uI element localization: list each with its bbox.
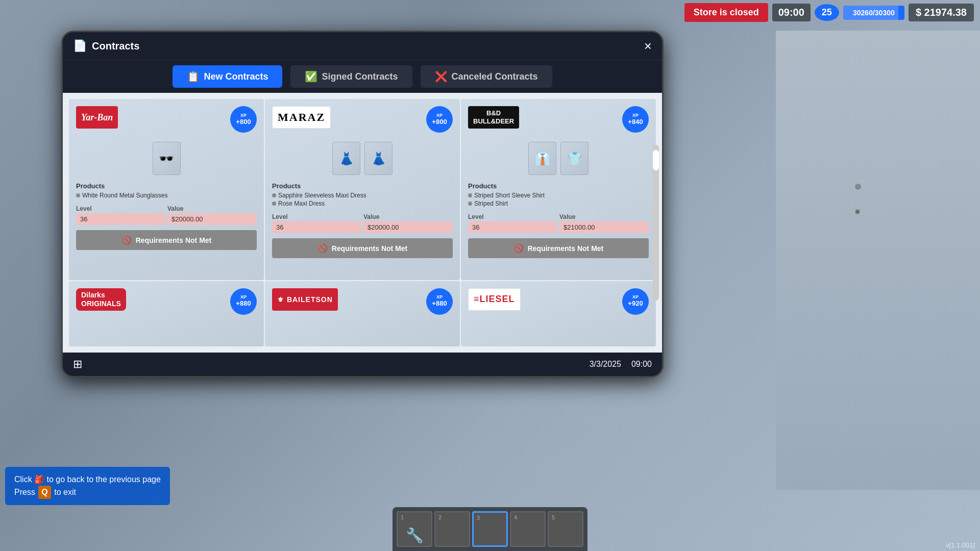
xp-value-yarban: +800 (236, 118, 251, 126)
card-header-yarban: Yar-Ban XP +800 (76, 106, 257, 133)
product-name-maraz-1: Rose Maxi Dress (278, 200, 325, 207)
level-col: Level 36 (76, 205, 165, 225)
hud-money: $ 21974.38 (909, 4, 974, 21)
dialog-title: Contracts (92, 40, 139, 52)
products-label-maraz: Products (272, 182, 453, 190)
brand-logo-bd: B&DBULL&DEER (468, 106, 519, 129)
value-value-maraz: $20000.00 (363, 221, 453, 233)
footer-date: 3/3/2025 (590, 360, 621, 369)
tab-new-contracts[interactable]: 📋 New Contracts (173, 65, 282, 88)
value-label-bd: Value (559, 213, 649, 220)
brand-logo-bailetson: ⚜ BAILETSON (272, 288, 338, 311)
level-value-maraz: 36 (272, 221, 361, 233)
taskbar-slot-1[interactable]: 1 🔧 (397, 511, 432, 547)
card-header-maraz: MARAZ XP +800 (272, 106, 453, 133)
product-name-maraz-0: Sapphire Sleeveless Maxi Dress (278, 192, 366, 199)
store-status-button[interactable]: Store is closed (684, 3, 768, 22)
product-images-yarban: 🕶️ (76, 142, 257, 175)
contract-card-bailetson: ⚜ BAILETSON XP +880 (265, 281, 460, 347)
taskbar-slot-2[interactable]: 2 (434, 511, 470, 547)
product-item-maraz-1: Rose Maxi Dress (272, 200, 453, 207)
contracts-dialog: 📄 Contracts × 📋 New Contracts ✅ Signed C… (61, 31, 664, 378)
new-contracts-icon: 📋 (187, 70, 200, 83)
close-button[interactable]: × (644, 39, 652, 53)
hud-level: 25 (815, 4, 839, 21)
level-label-yarban: Level (76, 205, 165, 212)
xp-value-maraz: +800 (432, 118, 447, 126)
value-value-yarban: $20000.00 (167, 213, 257, 225)
product-dot (272, 193, 276, 197)
taskbar-slot-4[interactable]: 4 (510, 511, 546, 547)
contracts-grid: Yar-Ban XP +800 🕶️ Products White Round … (63, 93, 662, 353)
xp-value-bailetson: +880 (432, 300, 447, 307)
product-item-bd-0: Striped Short Sleeve Shirt (468, 192, 649, 199)
tab-canceled-contracts[interactable]: ❌ Canceled Contracts (421, 65, 552, 88)
req-icon-bd: 🚫 (513, 243, 524, 253)
value-col: Value $21000.00 (559, 213, 649, 233)
hint-key-q: Q (38, 486, 51, 499)
brand-logo-dilarks: DilarksORIGINALS (76, 288, 126, 311)
contracts-icon: 📄 (73, 39, 87, 53)
hint-line1: Click 🎒 to go back to the previous page (14, 473, 161, 486)
signed-contracts-label: Signed Contracts (322, 71, 398, 82)
taskbar-slot-3[interactable]: 3 (472, 511, 508, 547)
product-image-shirt2: 👕 (560, 142, 589, 175)
requirements-btn-bd[interactable]: 🚫 Requirements Not Met (468, 238, 649, 258)
value-col: Value $20000.00 (363, 213, 453, 233)
level-value-yarban: 36 (76, 213, 165, 225)
taskbar-slot-num-4: 4 (514, 514, 517, 520)
value-label-maraz: Value (363, 213, 453, 220)
product-images-maraz: 👗 👗 (272, 142, 453, 175)
card-header-dilarks: DilarksORIGINALS XP +880 (76, 288, 257, 315)
hint-overlay: Click 🎒 to go back to the previous page … (5, 467, 170, 505)
req-label-bd: Requirements Not Met (528, 244, 604, 253)
products-label-yarban: Products (76, 182, 257, 190)
version-label: v[1.1.001] (946, 541, 975, 549)
taskbar-slot-num-5: 5 (552, 514, 555, 520)
product-dot (272, 202, 276, 206)
scroll-thumb[interactable] (653, 150, 659, 170)
contract-card-liesel: ≡LIESEL XP +920 (461, 281, 656, 347)
xp-badge-bailetson: XP +880 (426, 288, 453, 315)
product-item-yarban-0: White Round Metal Sunglasses (76, 192, 257, 199)
taskbar-slot-num-2: 2 (438, 514, 442, 520)
product-dot (468, 202, 472, 206)
card-header-bd: B&DBULL&DEER XP +840 (468, 106, 649, 133)
product-item-maraz-0: Sapphire Sleeveless Maxi Dress (272, 192, 453, 199)
product-images-bd: 👔 👕 (468, 142, 649, 175)
hud-bar: Store is closed 09:00 25 30260/30300 $ 2… (678, 0, 980, 25)
xp-badge-yarban: XP +800 (230, 106, 257, 133)
level-col: Level 36 (468, 213, 557, 233)
requirements-btn-maraz[interactable]: 🚫 Requirements Not Met (272, 238, 453, 258)
xp-value-bd: +840 (628, 118, 643, 126)
new-contracts-label: New Contracts (204, 71, 268, 82)
requirements-btn-yarban[interactable]: 🚫 Requirements Not Met (76, 230, 257, 250)
product-image-dress2: 👗 (364, 142, 393, 175)
dialog-footer: ⊞ 3/3/2025 09:00 (63, 353, 662, 376)
footer-time: 09:00 (631, 360, 652, 369)
value-label-yarban: Value (167, 205, 257, 212)
level-value-bd: 36 (468, 221, 557, 233)
products-section-bd: Products Striped Short Sleeve Shirt Stri… (468, 182, 649, 208)
sensor-dot-2 (855, 209, 860, 214)
product-dot (468, 193, 472, 197)
level-col: Level 36 (272, 213, 361, 233)
dialog-header: 📄 Contracts × (63, 32, 662, 60)
dialog-title-area: 📄 Contracts (73, 39, 139, 53)
product-item-bd-1: Striped Shirt (468, 200, 649, 207)
product-image-sunglasses: 🕶️ (153, 142, 181, 175)
contract-stats-yarban: Level 36 Value $20000.00 (76, 205, 257, 225)
products-section-maraz: Products Sapphire Sleeveless Maxi Dress … (272, 182, 453, 208)
grid-icon[interactable]: ⊞ (73, 358, 82, 371)
scrollbar[interactable] (653, 145, 659, 300)
card-header-liesel: ≡LIESEL XP +920 (468, 288, 649, 315)
req-label-maraz: Requirements Not Met (332, 244, 408, 253)
tab-signed-contracts[interactable]: ✅ Signed Contracts (290, 65, 412, 88)
req-icon-maraz: 🚫 (317, 243, 328, 253)
contract-card-bd: B&DBULL&DEER XP +840 👔 👕 Products Stripe… (461, 99, 656, 280)
value-value-bd: $21000.00 (559, 221, 649, 233)
products-section-yarban: Products White Round Metal Sunglasses (76, 182, 257, 200)
taskbar-slot-5[interactable]: 5 (548, 511, 583, 547)
sensor-dot-1 (855, 184, 861, 190)
taskbar-icon-1: 🔧 (406, 527, 424, 544)
